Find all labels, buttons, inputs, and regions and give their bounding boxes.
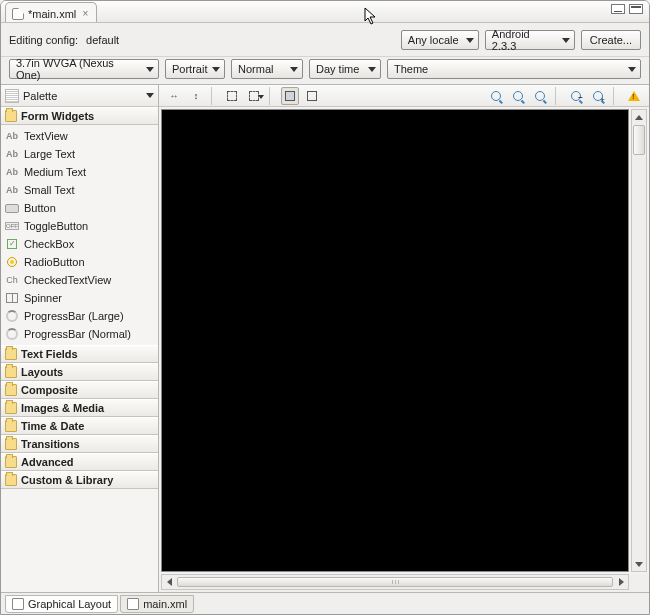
toggle-outline-icon[interactable] bbox=[281, 87, 299, 105]
palette-item-small-text[interactable]: AbSmall Text bbox=[1, 181, 158, 199]
render-config-bar: 3.7in WVGA (Nexus One) Portrait Normal D… bbox=[1, 57, 649, 85]
palette-item-button[interactable]: Button bbox=[1, 199, 158, 217]
checkedtext-icon: Ch bbox=[5, 274, 19, 286]
layout-canvas[interactable] bbox=[161, 109, 629, 572]
chevron-down-icon bbox=[146, 67, 154, 72]
expand-icon[interactable] bbox=[245, 87, 263, 105]
drawer-label: Advanced bbox=[21, 456, 74, 468]
zoom-reset-icon[interactable] bbox=[487, 87, 505, 105]
maximize-pane-icon[interactable] bbox=[629, 4, 643, 14]
editor-main: Palette Form Widgets AbTextView AbLarge … bbox=[1, 85, 649, 592]
create-config-button[interactable]: Create... bbox=[581, 30, 641, 50]
progress-icon bbox=[5, 310, 19, 322]
drawer-label: Composite bbox=[21, 384, 78, 396]
xml-file-icon bbox=[12, 8, 24, 20]
zoom-in-icon[interactable]: + bbox=[589, 87, 607, 105]
scroll-left-icon[interactable] bbox=[162, 578, 176, 586]
palette-item-textview[interactable]: AbTextView bbox=[1, 127, 158, 145]
chevron-down-icon bbox=[258, 95, 264, 99]
tab-xml-source[interactable]: main.xml bbox=[120, 595, 194, 613]
scroll-thumb[interactable] bbox=[633, 125, 645, 155]
tab-graphical-layout[interactable]: Graphical Layout bbox=[5, 595, 118, 613]
form-widgets-list: AbTextView AbLarge Text AbMedium Text Ab… bbox=[1, 125, 158, 345]
folder-icon bbox=[5, 110, 17, 122]
drawer-label: Transitions bbox=[21, 438, 80, 450]
mouse-cursor-icon bbox=[364, 7, 378, 25]
radio-icon bbox=[5, 256, 19, 268]
warning-icon[interactable] bbox=[625, 87, 643, 105]
align-horizontal-icon[interactable]: ↔ bbox=[165, 87, 183, 105]
drawer-images-media[interactable]: Images & Media bbox=[1, 399, 158, 417]
palette-item-togglebutton[interactable]: OFFToggleButton bbox=[1, 217, 158, 235]
canvas-viewport bbox=[159, 107, 649, 574]
folder-icon bbox=[5, 384, 17, 396]
drawer-advanced[interactable]: Advanced bbox=[1, 453, 158, 471]
palette-item-progressbar-normal[interactable]: ProgressBar (Normal) bbox=[1, 325, 158, 343]
drawer-layouts[interactable]: Layouts bbox=[1, 363, 158, 381]
horizontal-scrollbar[interactable] bbox=[161, 574, 629, 590]
button-icon bbox=[5, 202, 19, 214]
folder-icon bbox=[5, 420, 17, 432]
file-tab-main-xml[interactable]: *main.xml × bbox=[5, 2, 97, 22]
palette-header[interactable]: Palette bbox=[1, 85, 158, 107]
palette-item-checkbox[interactable]: ✓CheckBox bbox=[1, 235, 158, 253]
palette-item-radiobutton[interactable]: RadioButton bbox=[1, 253, 158, 271]
theme-value: Theme bbox=[394, 63, 428, 75]
zoom-out-icon[interactable]: − bbox=[567, 87, 585, 105]
chevron-down-icon bbox=[368, 67, 376, 72]
tab-label: main.xml bbox=[143, 598, 187, 610]
scroll-right-icon[interactable] bbox=[614, 578, 628, 586]
palette-item-spinner[interactable]: Spinner bbox=[1, 289, 158, 307]
drawer-time-date[interactable]: Time & Date bbox=[1, 417, 158, 435]
pane-controls bbox=[611, 4, 643, 14]
palette-item-progressbar-large[interactable]: ProgressBar (Large) bbox=[1, 307, 158, 325]
palette-item-large-text[interactable]: AbLarge Text bbox=[1, 145, 158, 163]
scroll-up-icon[interactable] bbox=[632, 110, 646, 124]
locale-value: Any locale bbox=[408, 34, 459, 46]
daynight-select[interactable]: Day time bbox=[309, 59, 381, 79]
drawer-text-fields[interactable]: Text Fields bbox=[1, 345, 158, 363]
device-select[interactable]: 3.7in WVGA (Nexus One) bbox=[9, 59, 159, 79]
canvas-column: ↔ ↕ − + bbox=[159, 85, 649, 592]
align-vertical-icon[interactable]: ↕ bbox=[187, 87, 205, 105]
device-value: 3.7in WVGA (Nexus One) bbox=[16, 57, 140, 81]
theme-select[interactable]: Theme bbox=[387, 59, 641, 79]
palette-title: Palette bbox=[23, 90, 57, 102]
select-all-icon[interactable] bbox=[223, 87, 241, 105]
dock-select[interactable]: Normal bbox=[231, 59, 303, 79]
folder-icon bbox=[5, 456, 17, 468]
api-version-value: Android 2.3.3 bbox=[492, 28, 556, 52]
orientation-value: Portrait bbox=[172, 63, 207, 75]
item-label: Large Text bbox=[24, 148, 75, 160]
drawer-custom-library[interactable]: Custom & Library bbox=[1, 471, 158, 489]
drawer-label: Text Fields bbox=[21, 348, 78, 360]
daynight-value: Day time bbox=[316, 63, 359, 75]
item-label: RadioButton bbox=[24, 256, 85, 268]
item-label: Spinner bbox=[24, 292, 62, 304]
zoom-100-icon[interactable] bbox=[531, 87, 549, 105]
text-icon: Ab bbox=[5, 130, 19, 142]
drawer-label: Time & Date bbox=[21, 420, 84, 432]
toggle-clip-icon[interactable] bbox=[303, 87, 321, 105]
drawer-label: Layouts bbox=[21, 366, 63, 378]
drawer-transitions[interactable]: Transitions bbox=[1, 435, 158, 453]
palette-item-checkedtextview[interactable]: ChCheckedTextView bbox=[1, 271, 158, 289]
chevron-down-icon bbox=[628, 67, 636, 72]
text-icon: Ab bbox=[5, 184, 19, 196]
scroll-thumb[interactable] bbox=[177, 577, 613, 587]
palette-item-medium-text[interactable]: AbMedium Text bbox=[1, 163, 158, 181]
item-label: Button bbox=[24, 202, 56, 214]
api-version-select[interactable]: Android 2.3.3 bbox=[485, 30, 575, 50]
progress-icon bbox=[5, 328, 19, 340]
close-icon[interactable]: × bbox=[80, 9, 90, 19]
item-label: CheckBox bbox=[24, 238, 74, 250]
drawer-composite[interactable]: Composite bbox=[1, 381, 158, 399]
minimize-pane-icon[interactable] bbox=[611, 4, 625, 14]
item-label: ProgressBar (Large) bbox=[24, 310, 124, 322]
orientation-select[interactable]: Portrait bbox=[165, 59, 225, 79]
drawer-form-widgets[interactable]: Form Widgets bbox=[1, 107, 158, 125]
vertical-scrollbar[interactable] bbox=[631, 109, 647, 572]
zoom-fit-icon[interactable] bbox=[509, 87, 527, 105]
locale-select[interactable]: Any locale bbox=[401, 30, 479, 50]
scroll-down-icon[interactable] bbox=[632, 557, 646, 571]
